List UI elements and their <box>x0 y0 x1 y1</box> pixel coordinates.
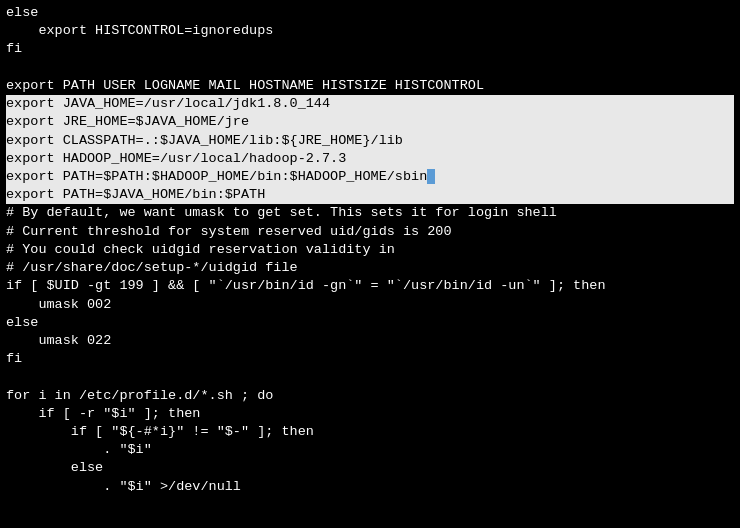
code-line: export CLASSPATH=.:$JAVA_HOME/lib:${JRE_… <box>6 132 734 150</box>
code-line: fi <box>6 40 734 58</box>
code-line: export HISTCONTROL=ignoredups <box>6 22 734 40</box>
code-line: # /usr/share/doc/setup-*/uidgid file <box>6 259 734 277</box>
code-line: fi <box>6 350 734 368</box>
code-line: . "$i" <box>6 441 734 459</box>
code-line: umask 022 <box>6 332 734 350</box>
code-line: export JRE_HOME=$JAVA_HOME/jre <box>6 113 734 131</box>
code-line: if [ -r "$i" ]; then <box>6 405 734 423</box>
code-line: # You could check uidgid reservation val… <box>6 241 734 259</box>
code-line: export PATH USER LOGNAME MAIL HOSTNAME H… <box>6 77 734 95</box>
code-line <box>6 59 734 77</box>
code-line: else <box>6 4 734 22</box>
code-line: export PATH=$JAVA_HOME/bin:$PATH <box>6 186 734 204</box>
code-line: export JAVA_HOME=/usr/local/jdk1.8.0_144 <box>6 95 734 113</box>
code-line: if [ "${-#*i}" != "$-" ]; then <box>6 423 734 441</box>
code-line: # By default, we want umask to get set. … <box>6 204 734 222</box>
code-editor: else export HISTCONTROL=ignoredups fi ex… <box>0 0 740 528</box>
code-line: umask 002 <box>6 296 734 314</box>
code-line: for i in /etc/profile.d/*.sh ; do <box>6 387 734 405</box>
code-line: . "$i" >/dev/null <box>6 478 734 496</box>
code-line: else <box>6 459 734 477</box>
code-line: export HADOOP_HOME=/usr/local/hadoop-2.7… <box>6 150 734 168</box>
code-line: else <box>6 314 734 332</box>
code-line <box>6 368 734 386</box>
code-line: # Current threshold for system reserved … <box>6 223 734 241</box>
code-line: export PATH=$PATH:$HADOOP_HOME/bin:$HADO… <box>6 168 734 186</box>
code-line: if [ $UID -gt 199 ] && [ "`/usr/bin/id -… <box>6 277 734 295</box>
